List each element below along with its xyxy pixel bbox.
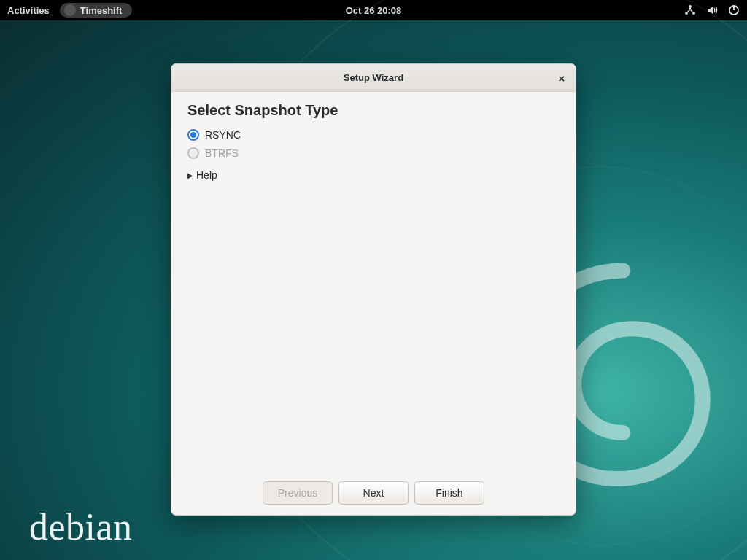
- window-titlebar[interactable]: Setup Wizard ×: [171, 64, 576, 92]
- active-app-name: Timeshift: [80, 5, 123, 16]
- radio-btrfs-label: BTRFS: [205, 147, 239, 159]
- window-title: Setup Wizard: [344, 72, 403, 83]
- dialog-content: Select Snapshot Type RSYNC BTRFS ▶ Help: [171, 92, 576, 474]
- clock[interactable]: Oct 26 20:08: [346, 5, 402, 16]
- radio-option-btrfs: BTRFS: [187, 147, 560, 159]
- activities-button[interactable]: Activities: [7, 5, 50, 16]
- active-app-pill[interactable]: Timeshift: [60, 3, 133, 18]
- radio-option-rsync[interactable]: RSYNC: [187, 129, 560, 141]
- debian-wordmark: debian: [29, 505, 133, 548]
- dialog-footer: Previous Next Finish: [171, 474, 576, 515]
- radio-btrfs-indicator: [187, 147, 199, 159]
- close-button[interactable]: ×: [553, 69, 570, 87]
- top-bar-left: Activities Timeshift: [7, 3, 132, 18]
- setup-wizard-window: Setup Wizard × Select Snapshot Type RSYN…: [171, 63, 576, 516]
- help-expander[interactable]: ▶ Help: [187, 169, 560, 181]
- finish-button[interactable]: Finish: [414, 481, 484, 505]
- chevron-right-icon: ▶: [187, 171, 193, 179]
- svg-rect-4: [733, 5, 735, 10]
- next-button[interactable]: Next: [338, 481, 409, 505]
- app-icon: [64, 4, 76, 16]
- radio-rsync-label: RSYNC: [205, 129, 241, 141]
- radio-rsync-indicator: [187, 129, 199, 141]
- page-heading: Select Snapshot Type: [187, 102, 560, 119]
- help-expander-label: Help: [196, 169, 217, 181]
- previous-button: Previous: [263, 481, 333, 505]
- power-icon[interactable]: [728, 4, 740, 16]
